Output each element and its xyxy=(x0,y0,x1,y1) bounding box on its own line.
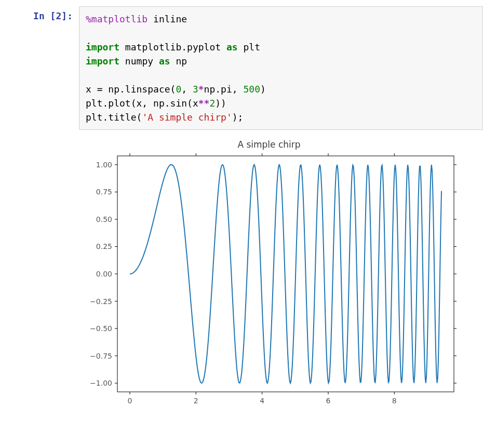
prompt-suffix: ]: xyxy=(61,10,73,21)
code-token: as xyxy=(159,56,170,67)
code-token: 3 xyxy=(193,84,198,95)
code-input[interactable]: %matplotlib inline import matplotlib.pyp… xyxy=(79,6,483,130)
code-token: matplotlib.pyplot xyxy=(119,42,226,52)
exec-count: 2 xyxy=(56,10,61,21)
code-token: np.pi, xyxy=(204,84,244,95)
code-token: as xyxy=(226,42,238,52)
code-token: %matplotlib xyxy=(86,14,147,24)
notebook-output-cell: A simple chirp −1.00−0.75−0.50−0.250.000… xyxy=(0,130,483,421)
svg-text:0.75: 0.75 xyxy=(96,188,112,196)
prompt-prefix: In [ xyxy=(33,10,56,21)
code-token: 0 xyxy=(176,84,181,95)
input-prompt: In [2]: xyxy=(0,6,79,21)
code-token: numpy xyxy=(119,56,159,67)
code-token: plt xyxy=(238,42,260,52)
svg-text:−0.25: −0.25 xyxy=(90,297,112,306)
code-token: 'A simple chirp' xyxy=(142,112,232,123)
chart-svg: −1.00−0.75−0.50−0.250.000.250.500.751.00… xyxy=(77,151,461,411)
code-token: 500 xyxy=(243,84,260,95)
notebook-code-cell: In [2]: %matplotlib inline import matplo… xyxy=(0,0,483,130)
svg-text:2: 2 xyxy=(194,397,198,405)
plot-output: A simple chirp −1.00−0.75−0.50−0.250.000… xyxy=(73,130,461,421)
code-token: ** xyxy=(198,98,210,109)
svg-text:0.25: 0.25 xyxy=(96,242,112,251)
code-token: import xyxy=(86,56,119,67)
code-token: , xyxy=(181,84,193,95)
svg-text:−0.50: −0.50 xyxy=(90,324,112,333)
svg-text:8: 8 xyxy=(392,397,397,405)
code-token: plt.title( xyxy=(86,112,142,123)
code-token: inline xyxy=(147,14,187,24)
code-token: import xyxy=(86,42,119,52)
code-token: x = np.linspace( xyxy=(86,84,176,95)
code-token: ) xyxy=(260,84,266,95)
code-token: 2 xyxy=(209,98,215,109)
code-token: * xyxy=(198,84,204,95)
svg-text:0.50: 0.50 xyxy=(96,215,112,223)
svg-text:0.00: 0.00 xyxy=(96,270,112,278)
code-token: plt.plot(x, np.sin(x xyxy=(86,98,198,109)
svg-text:4: 4 xyxy=(260,397,264,405)
svg-text:1.00: 1.00 xyxy=(96,161,112,169)
svg-text:6: 6 xyxy=(326,397,331,405)
code-token: )) xyxy=(215,98,226,109)
svg-text:−0.75: −0.75 xyxy=(90,352,112,360)
chart-title: A simple chirp xyxy=(77,139,461,150)
svg-text:0: 0 xyxy=(128,397,132,405)
svg-text:−1.00: −1.00 xyxy=(90,379,112,387)
code-token: ); xyxy=(232,112,244,123)
code-token: np xyxy=(170,56,187,67)
